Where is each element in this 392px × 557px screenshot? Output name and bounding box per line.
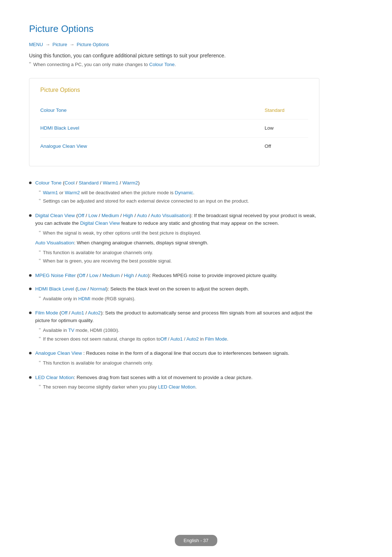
list-item-mpeg-noise-filter-text: MPEG Noise Filter (Off / Low / Medium / …: [35, 272, 319, 280]
list-item-led-clear-motion: LED Clear Motion: Removes drag from fast…: [29, 374, 319, 392]
list-item-colour-tone: Colour Tone (Cool / Standard / Warm1 / W…: [29, 179, 319, 206]
list-item-analogue-clean-view-text: Analogue Clean View : Reduces noise in t…: [35, 350, 319, 357]
note-text: When connecting a PC, you can only make …: [29, 61, 319, 68]
bullet-icon: [29, 214, 32, 217]
option-label-hdmi-black-level: HDMI Black Level: [40, 125, 265, 132]
sub-note-settings: Settings can be adjusted and stored for …: [39, 198, 319, 205]
list-item-hdmi-black-level: HDMI Black Level (Low / Normal): Selects…: [29, 285, 319, 304]
breadcrumb-picture[interactable]: Picture: [53, 42, 67, 47]
list-item-digital-clean-view-text: Digital Clean View (Off / Low / Medium /…: [35, 212, 319, 227]
sub-note-analogue-channels: This function is available for analogue …: [39, 359, 319, 367]
breadcrumb-options[interactable]: Picture Options: [77, 42, 109, 47]
list-item-film-mode: Film Mode (Off / Auto1 / Auto2): Sets th…: [29, 309, 319, 344]
breadcrumb: MENU → Picture → Picture Options: [29, 41, 319, 48]
footer-text: English - 37: [184, 538, 209, 543]
sub-note-signal-weak: When the signal is weak, try other optio…: [39, 229, 319, 237]
option-label-colour-tone: Colour Tone: [40, 107, 265, 114]
sub-note-hdmi-only: Available only in HDMI mode (RGB signals…: [39, 295, 319, 302]
option-value-hdmi-black-level: Low: [265, 125, 308, 132]
breadcrumb-menu[interactable]: MENU: [29, 42, 43, 47]
option-value-colour-tone: Standard: [265, 107, 308, 114]
list-item-analogue-clean-view: Analogue Clean View : Reduces noise in t…: [29, 350, 319, 368]
intro-text: Using this function, you can configure a…: [29, 52, 319, 60]
bullet-icon: [29, 312, 32, 314]
options-box: Picture Options Colour Tone Standard HDM…: [29, 78, 319, 166]
option-label-analogue-clean-view: Analogue Clean View: [40, 143, 265, 150]
auto-visualisation-label: Auto Visualisation: When changing analog…: [35, 239, 319, 247]
bullet-icon: [29, 274, 32, 277]
list-item-colour-tone-text: Colour Tone (Cool / Standard / Warm1 / W…: [35, 179, 319, 187]
sub-note-bar-green: When bar is green, you are receiving the…: [39, 257, 319, 265]
sub-note-warm: Warm1 or Warm2 will be deactivated when …: [39, 189, 319, 196]
option-value-analogue-clean-view: Off: [265, 143, 308, 150]
list-item-hdmi-black-level-text: HDMI Black Level (Low / Normal): Selects…: [35, 285, 319, 293]
sub-note-screen-darker: The screen may become slightly darker wh…: [39, 383, 319, 391]
info-list: Colour Tone (Cool / Standard / Warm1 / W…: [29, 179, 319, 392]
page-title: Picture Options: [29, 22, 319, 36]
options-box-title: Picture Options: [40, 86, 308, 94]
bullet-icon: [29, 288, 32, 290]
sub-note-film-mode-option: If the screen does not seem natural, cha…: [39, 336, 319, 343]
sub-note-analogue-only: This function is available for analogue …: [39, 249, 319, 256]
option-row-hdmi-black-level: HDMI Black Level Low: [40, 119, 308, 137]
footer: English - 37: [175, 535, 217, 546]
breadcrumb-sep2: →: [70, 42, 74, 47]
sub-note-tv-mode: Available in TV mode, HDMI (1080i).: [39, 327, 319, 334]
list-item-digital-clean-view: Digital Clean View (Off / Low / Medium /…: [29, 212, 319, 266]
bullet-icon: [29, 182, 32, 184]
list-item-led-clear-motion-text: LED Clear Motion: Removes drag from fast…: [35, 374, 319, 382]
breadcrumb-sep1: →: [45, 42, 50, 47]
option-row-analogue-clean-view: Analogue Clean View Off: [40, 138, 308, 155]
bullet-icon: [29, 376, 32, 379]
bullet-icon: [29, 352, 32, 354]
list-item-film-mode-text: Film Mode (Off / Auto1 / Auto2): Sets th…: [35, 309, 319, 325]
list-item-mpeg-noise-filter: MPEG Noise Filter (Off / Low / Medium / …: [29, 272, 319, 280]
option-row-colour-tone: Colour Tone Standard: [40, 102, 308, 119]
